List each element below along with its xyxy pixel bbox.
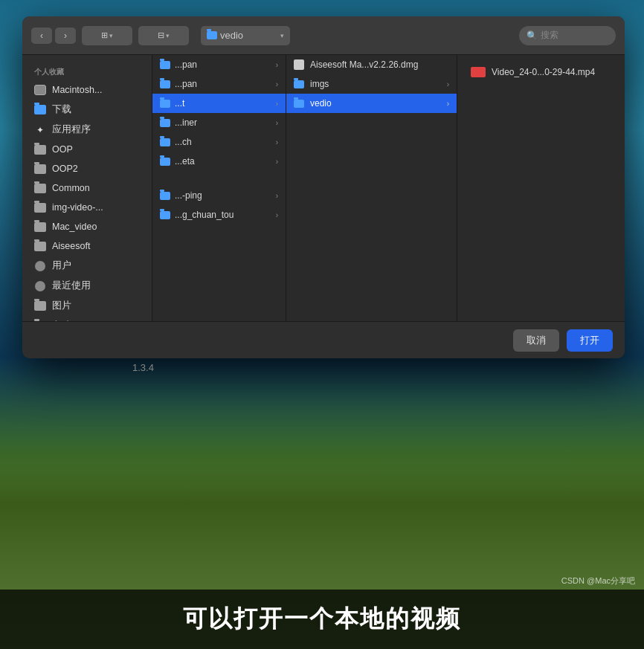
chevron-right-icon: ›: [447, 100, 449, 108]
list-item-selected[interactable]: ...t ›: [152, 94, 286, 113]
list-item[interactable]: ...ch ›: [152, 132, 286, 152]
chevron-right-icon: ›: [276, 100, 278, 108]
item-label: ...t: [175, 98, 184, 109]
sidebar-item-macintosh[interactable]: Macintosh...: [25, 80, 149, 100]
chevron-right-icon: ›: [276, 211, 278, 219]
background: ‹ › ⊞ ▾ ⊟ ▾ vedio ▾ 🔍 搜索: [0, 0, 644, 649]
watermark: CSDN @Mac分享吧: [561, 575, 635, 587]
search-box[interactable]: 🔍 搜索: [519, 26, 616, 45]
hdd-icon: [34, 84, 46, 96]
list-item[interactable]: ...-ping ›: [152, 186, 286, 205]
subtitle-bar: 可以打开一个本地的视频: [0, 590, 644, 649]
sidebar-item-label: 图片: [52, 300, 71, 312]
video-thumbnail-icon: [471, 67, 486, 77]
forward-button[interactable]: ›: [55, 28, 76, 44]
content-area: 个人收藏 Macintosh... 下载 ✦ 应用程序 OOP: [22, 55, 625, 321]
folder-common-icon: [34, 182, 46, 194]
sidebar: 个人收藏 Macintosh... 下载 ✦ 应用程序 OOP: [22, 55, 152, 321]
list-item[interactable]: ...pan ›: [152, 55, 286, 74]
item-label: ...-ping: [175, 190, 202, 201]
folder-icon-sm: [160, 80, 170, 88]
sidebar-item-pictures[interactable]: 图片: [25, 296, 149, 316]
folder-icon-sm: [160, 138, 170, 146]
sidebar-section-label: 个人收藏: [22, 61, 152, 80]
sidebar-item-img-video[interactable]: img-video-...: [25, 198, 149, 217]
search-icon: 🔍: [527, 30, 538, 41]
sidebar-item-label: 下载: [52, 103, 71, 116]
sidebar-item-documents[interactable]: 文稿: [25, 316, 149, 321]
list-item[interactable]: ...eta ›: [152, 152, 286, 171]
sidebar-item-recents[interactable]: 最近使用: [25, 276, 149, 296]
sidebar-item-user[interactable]: 用户: [25, 256, 149, 276]
sidebar-item-applications[interactable]: ✦ 应用程序: [25, 120, 149, 140]
item-label: ...pan: [175, 59, 197, 70]
item-label: ...eta: [175, 156, 195, 167]
sidebar-item-label: img-video-...: [52, 202, 103, 213]
view-columns-button[interactable]: ⊞ ▾: [82, 26, 132, 45]
file-item-imgs[interactable]: imgs ›: [286, 74, 457, 94]
path-chevron-icon: ▾: [280, 32, 284, 39]
chevron-right-icon: ›: [276, 192, 278, 200]
file-item-dmg[interactable]: Aiseesoft Ma...v2.2.26.dmg: [286, 55, 457, 74]
file-item-vedio[interactable]: vedio ›: [286, 94, 457, 113]
path-label: vedio: [220, 30, 243, 41]
sidebar-item-label: OOP: [52, 144, 73, 155]
user-icon: [34, 260, 46, 272]
sidebar-item-label: Aiseesoft: [52, 241, 90, 251]
sidebar-item-label: Macintosh...: [52, 85, 102, 95]
sidebar-item-label: Common: [52, 183, 90, 193]
folder-icon-sm: [160, 158, 170, 166]
sidebar-item-label: 用户: [52, 259, 71, 272]
preview-file-item[interactable]: Video_24-0...0-29-44.mp4: [465, 62, 617, 82]
folder-icon-sm: [160, 192, 170, 200]
sidebar-item-label: 应用程序: [52, 123, 91, 136]
item-label: ...ch: [175, 137, 192, 147]
folder-icon-sm: [160, 119, 170, 127]
list-item[interactable]: ...g_chuan_tou ›: [152, 205, 286, 225]
folder-imgvideo-icon: [34, 201, 46, 213]
search-placeholder: 搜索: [541, 29, 558, 42]
item-label: ...iner: [175, 117, 197, 128]
item-label: ...g_chuan_tou: [175, 210, 234, 220]
nav-buttons: ‹ ›: [31, 28, 76, 44]
sidebar-item-aiseesoft[interactable]: Aiseesoft: [25, 236, 149, 256]
middle-panel: ...pan › ...pan › ...t › ...iner ›: [152, 55, 286, 321]
finder-dialog: ‹ › ⊞ ▾ ⊟ ▾ vedio ▾ 🔍 搜索: [22, 16, 625, 358]
chevron-right-icon: ›: [276, 158, 278, 166]
sidebar-item-label: Mac_video: [52, 222, 97, 232]
back-button[interactable]: ‹: [31, 28, 52, 44]
list-item[interactable]: ...iner ›: [152, 113, 286, 132]
folder-oop2-icon: [34, 163, 46, 175]
folder-imgs-icon: [294, 80, 304, 88]
preview-panel: Video_24-0...0-29-44.mp4: [457, 55, 625, 321]
folder-icon: [207, 31, 217, 39]
folder-downloads-icon: [34, 104, 46, 116]
sidebar-item-label: OOP2: [52, 164, 78, 174]
sidebar-item-label: 文稿: [52, 320, 71, 321]
chevron-right-icon: ›: [276, 61, 278, 69]
cancel-button[interactable]: 取消: [513, 329, 559, 352]
path-dropdown[interactable]: vedio ▾: [201, 26, 290, 45]
arrange-icon: ⊟: [158, 30, 164, 40]
sidebar-item-oop[interactable]: OOP: [25, 140, 149, 159]
sidebar-item-label: 最近使用: [52, 280, 91, 292]
folder-macvideo-icon: [34, 221, 46, 233]
folder-pictures-icon: [34, 300, 46, 312]
sidebar-item-oop2[interactable]: OOP2: [25, 159, 149, 178]
folder-oop-icon: [34, 143, 46, 155]
sidebar-item-common[interactable]: Common: [25, 178, 149, 198]
folder-icon-sm: [160, 61, 170, 69]
dmg-file-icon: [294, 59, 304, 70]
open-button[interactable]: 打开: [567, 329, 613, 352]
item-label: ...pan: [175, 79, 197, 89]
sidebar-item-downloads[interactable]: 下载: [25, 100, 149, 120]
file-label: Aiseesoft Ma...v2.2.26.dmg: [310, 59, 418, 70]
file-label: vedio: [310, 98, 332, 109]
preview-file-label: Video_24-0...0-29-44.mp4: [492, 67, 595, 77]
folder-vedio-icon: [294, 100, 304, 108]
files-panel: Aiseesoft Ma...v2.2.26.dmg imgs › vedio …: [286, 55, 457, 321]
chevron-right-icon: ›: [276, 80, 278, 88]
list-item[interactable]: ...pan ›: [152, 74, 286, 94]
sidebar-item-mac-video[interactable]: Mac_video: [25, 217, 149, 236]
view-arrange-button[interactable]: ⊟ ▾: [138, 26, 189, 45]
